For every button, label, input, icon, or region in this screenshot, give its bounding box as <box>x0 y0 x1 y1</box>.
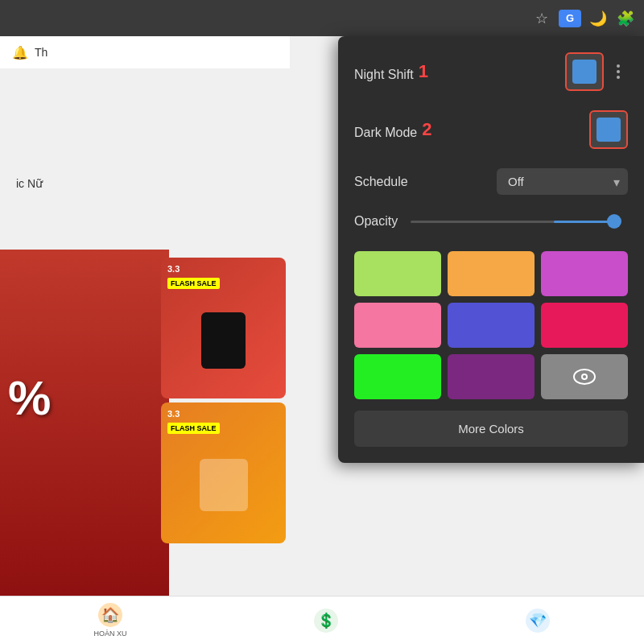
cards-area: 3.3 FLASH SALE 3.3 FLASH SALE <box>161 258 290 564</box>
color-swatch-dark-purple[interactable] <box>448 354 535 399</box>
browser-toolbar: ☆ G 🌙 🧩 <box>0 0 644 36</box>
night-shift-toggle-inner <box>572 60 597 84</box>
dark-mode-toggle[interactable] <box>589 110 628 149</box>
dark-mode-toggle-inner <box>597 118 621 142</box>
category-text: ic Nữ <box>16 177 43 190</box>
more-colors-button[interactable]: More Colors <box>354 411 628 447</box>
dark-mode-label: Dark Mode <box>354 126 417 140</box>
percent-sign: % <box>8 370 51 426</box>
night-shift-number: 1 <box>419 61 428 82</box>
color-grid <box>354 251 628 399</box>
night-shift-label: Night Shift <box>354 68 414 82</box>
moon-icon[interactable]: 🌙 <box>588 8 609 29</box>
color-swatch-purple[interactable] <box>541 251 628 296</box>
bottom-icon-2: 💲 <box>314 609 338 633</box>
schedule-select-wrapper: Off Sunset to Sunrise Custom <box>497 168 628 195</box>
svg-point-2 <box>583 375 586 378</box>
dot-2 <box>617 70 620 73</box>
color-swatch-eye[interactable] <box>541 354 628 399</box>
dark-mode-row: Dark Mode 2 <box>354 110 628 149</box>
translate-icon[interactable]: G <box>559 10 581 27</box>
eye-icon <box>573 369 596 385</box>
bottom-icon-1: 🏠 <box>98 603 122 627</box>
bottom-bar: 🏠 HOÀN XU 💲 💎 <box>0 596 644 644</box>
bell-icon: 🔔 <box>12 45 28 60</box>
color-swatch-blue-purple[interactable] <box>448 303 535 348</box>
opacity-row: Opacity <box>354 214 628 229</box>
card-text-1: 3.3 <box>167 264 180 274</box>
settings-panel: Night Shift 1 Dark Mode 2 Schedule <box>338 36 644 463</box>
color-swatch-hot-pink[interactable] <box>541 303 628 348</box>
star-icon[interactable]: ☆ <box>531 8 552 29</box>
color-swatch-light-green[interactable] <box>354 251 441 296</box>
bottom-label-1: HOÀN XU <box>93 630 126 638</box>
dot-1 <box>617 64 620 68</box>
night-shift-label-group: Night Shift 1 <box>354 61 428 82</box>
night-shift-more-button[interactable] <box>609 56 628 88</box>
night-shift-row: Night Shift 1 <box>354 52 628 91</box>
schedule-label: Schedule <box>354 175 408 189</box>
dot-3 <box>617 76 620 79</box>
card-2: 3.3 FLASH SALE <box>161 402 286 543</box>
bottom-item-3[interactable]: 💎 <box>526 609 550 633</box>
dark-mode-number: 2 <box>422 119 431 140</box>
opacity-slider-fill <box>554 221 615 223</box>
schedule-row: Schedule Off Sunset to Sunrise Custom <box>354 168 628 195</box>
flash-badge-2: FLASH SALE <box>167 423 220 434</box>
bottom-item-1[interactable]: 🏠 HOÀN XU <box>93 603 126 638</box>
color-swatch-pink[interactable] <box>354 303 441 348</box>
bottom-item-2[interactable]: 💲 <box>314 609 338 633</box>
schedule-select[interactable]: Off Sunset to Sunrise Custom <box>497 168 628 195</box>
flash-badge-1: FLASH SALE <box>167 278 220 289</box>
color-swatch-green[interactable] <box>354 354 441 399</box>
opacity-slider-thumb[interactable] <box>607 214 621 229</box>
bottom-icon-3: 💎 <box>526 609 550 633</box>
card-text-2: 3.3 <box>167 409 180 419</box>
card-1: 3.3 FLASH SALE <box>161 258 286 398</box>
color-swatch-orange[interactable] <box>448 251 535 296</box>
notification-bar: 🔔 Th <box>0 36 290 68</box>
product-image-2 <box>200 459 248 511</box>
notif-text: Th <box>35 46 47 59</box>
opacity-label: Opacity <box>354 214 398 229</box>
dark-mode-label-group: Dark Mode 2 <box>354 119 432 140</box>
night-shift-controls <box>565 52 628 91</box>
puzzle-icon[interactable]: 🧩 <box>615 8 636 29</box>
product-image-1 <box>201 312 246 369</box>
night-shift-toggle[interactable] <box>565 52 604 91</box>
opacity-slider-track[interactable] <box>411 221 615 223</box>
